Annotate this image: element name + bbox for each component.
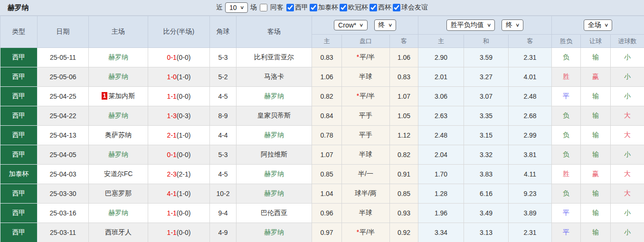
sub-header-odds-home: 主 bbox=[312, 35, 342, 48]
corner-cell: 5-3 bbox=[210, 145, 237, 165]
recent-count-select[interactable]: 10∨ bbox=[225, 2, 248, 13]
league-filter-item: 西甲 bbox=[286, 3, 308, 12]
top-filter-bar: 赫罗纳 近 10∨ 场 同客 西甲加泰杯欧冠杯西杯球会友谊 bbox=[0, 0, 644, 16]
handicap-result-cell: 输 bbox=[581, 87, 611, 106]
away-team-cell: 赫罗纳 bbox=[237, 223, 312, 242]
handicap-text: 平/半 bbox=[360, 53, 375, 61]
scope-select[interactable]: 全场∨ bbox=[584, 19, 612, 31]
avg-away-cell: 3.89 bbox=[509, 204, 552, 223]
home-team-name: 赫罗纳 bbox=[108, 150, 128, 158]
avg-home-cell: 2.63 bbox=[418, 106, 464, 126]
avg-away-cell: 2.31 bbox=[509, 48, 552, 67]
sub-header-avg-away: 客 bbox=[509, 35, 552, 48]
avg-type-select[interactable]: 胜平负均值∨ bbox=[446, 19, 495, 31]
league-filter-group: 西甲加泰杯欧冠杯西杯球会友谊 bbox=[286, 3, 428, 12]
avg-home-cell: 3.34 bbox=[418, 223, 464, 242]
half-score: (1-0) bbox=[177, 131, 191, 139]
league-filter-checkbox[interactable] bbox=[369, 4, 377, 11]
home-team-name: 西班牙人 bbox=[105, 228, 132, 236]
date-cell: 25-05-06 bbox=[38, 67, 89, 87]
corner-cell: 4-9 bbox=[210, 223, 237, 242]
date-cell: 25-03-30 bbox=[38, 184, 89, 204]
away-team-name: 阿拉维斯 bbox=[261, 150, 287, 158]
away-team-name: 巴伦西亚 bbox=[261, 209, 287, 216]
odds-away-cell: 1.06 bbox=[390, 48, 418, 67]
scope-select-group: 全场∨ bbox=[552, 16, 644, 35]
home-team-cell: 西班牙人 bbox=[89, 223, 148, 242]
league-filter-item: 加泰杯 bbox=[309, 3, 338, 12]
odds-away-cell: 0.92 bbox=[390, 223, 418, 242]
chevron-down-icon: ∨ bbox=[240, 5, 245, 10]
league-filter-item: 球会友谊 bbox=[392, 3, 428, 12]
league-filter-item: 欧冠杯 bbox=[339, 3, 368, 12]
odds-away-cell: 1.05 bbox=[390, 106, 418, 126]
odds-select-group: Crow*∨ 终∨ bbox=[312, 16, 418, 35]
handicap-result-cell: 输 bbox=[581, 223, 611, 242]
goals-cell: 小 bbox=[611, 204, 644, 223]
league-cell: 西甲 bbox=[0, 184, 38, 204]
corner-cell: 10-2 bbox=[210, 184, 237, 204]
goals-cell: 小 bbox=[611, 87, 644, 106]
odds-company-select[interactable]: Crow*∨ bbox=[334, 20, 367, 30]
full-score: 1-1 bbox=[167, 209, 177, 217]
away-team-name: 比利亚雷亚尔 bbox=[254, 53, 294, 61]
league-filter-label: 西甲 bbox=[295, 3, 308, 12]
rank-badge: 1 bbox=[102, 92, 108, 100]
handicap-cell: 半球 bbox=[342, 67, 390, 87]
date-cell: 25-03-11 bbox=[38, 223, 89, 242]
date-cell: 25-04-05 bbox=[38, 145, 89, 165]
home-team-cell: 安道尔FC bbox=[89, 165, 148, 184]
home-team-name: 莱加内斯 bbox=[108, 92, 135, 100]
sub-header-odds-away: 客 bbox=[390, 35, 418, 48]
league-filter-checkbox[interactable] bbox=[310, 4, 317, 11]
home-team-cell: 赫罗纳 bbox=[89, 67, 148, 87]
match-row: 西甲25-05-11赫罗纳0-1(0-0)5-3比利亚雷亚尔0.83*平/半1.… bbox=[0, 48, 644, 67]
match-row: 西甲25-04-251莱加内斯1-1(0-0)4-5赫罗纳0.82*平/半1.0… bbox=[0, 87, 644, 106]
result-cell: 负 bbox=[552, 184, 581, 204]
home-team-cell: 赫罗纳 bbox=[89, 48, 148, 67]
half-score: (1-0) bbox=[177, 190, 191, 197]
away-team-cell: 赫罗纳 bbox=[237, 87, 312, 106]
avg-draw-cell: 3.59 bbox=[464, 48, 509, 67]
match-row: 西甲25-03-16赫罗纳1-1(0-0)9-4巴伦西亚0.96半球0.931.… bbox=[0, 204, 644, 223]
result-cell: 平 bbox=[552, 87, 581, 106]
full-score: 1-1 bbox=[167, 229, 177, 236]
league-filter-label: 西杯 bbox=[378, 3, 391, 12]
avg-select-group: 胜平负均值∨ 终∨ bbox=[418, 16, 552, 35]
league-filter-checkbox[interactable] bbox=[393, 4, 400, 11]
half-score: (0-0) bbox=[177, 229, 191, 236]
avg-home-cell: 1.96 bbox=[418, 204, 464, 223]
half-score: (0-0) bbox=[177, 93, 191, 100]
home-team-name: 赫罗纳 bbox=[108, 53, 128, 61]
home-team-name: 赫罗纳 bbox=[108, 209, 128, 216]
goals-cell: 小 bbox=[611, 67, 644, 87]
avg-draw-cell: 3.83 bbox=[464, 165, 509, 184]
score-cell: 2-3(2-1) bbox=[148, 165, 210, 184]
home-team-name: 安道尔FC bbox=[104, 170, 133, 177]
avg-away-cell: 4.01 bbox=[509, 67, 552, 87]
league-filter-checkbox[interactable] bbox=[340, 4, 347, 11]
odds-home-cell: 0.78 bbox=[312, 126, 342, 145]
handicap-result-cell: 输 bbox=[581, 184, 611, 204]
avg-draw-cell: 3.49 bbox=[464, 204, 509, 223]
away-team-name: 赫罗纳 bbox=[264, 189, 284, 197]
handicap-cell: 平手 bbox=[342, 126, 390, 145]
result-cell: 平 bbox=[552, 204, 581, 223]
chevron-down-icon: ∨ bbox=[487, 23, 492, 28]
odds-stage-select-1[interactable]: 终∨ bbox=[374, 19, 396, 31]
score-cell: 1-1(0-0) bbox=[148, 87, 210, 106]
avg-home-cell: 2.48 bbox=[418, 126, 464, 145]
date-cell: 25-05-11 bbox=[38, 48, 89, 67]
avg-home-cell: 1.70 bbox=[418, 165, 464, 184]
handicap-result-cell: 输 bbox=[581, 204, 611, 223]
avg-draw-cell: 3.32 bbox=[464, 145, 509, 165]
league-filter-checkbox[interactable] bbox=[286, 4, 294, 11]
avg-home-cell: 2.90 bbox=[418, 48, 464, 67]
result-cell: 负 bbox=[552, 126, 581, 145]
handicap-cell: *平/半 bbox=[342, 48, 390, 67]
odds-away-cell: 0.82 bbox=[390, 145, 418, 165]
recent-label: 近 bbox=[216, 3, 223, 12]
league-cell: 西甲 bbox=[0, 223, 38, 242]
same-away-checkbox[interactable] bbox=[260, 4, 267, 11]
odds-stage-select-2[interactable]: 终∨ bbox=[502, 19, 523, 31]
